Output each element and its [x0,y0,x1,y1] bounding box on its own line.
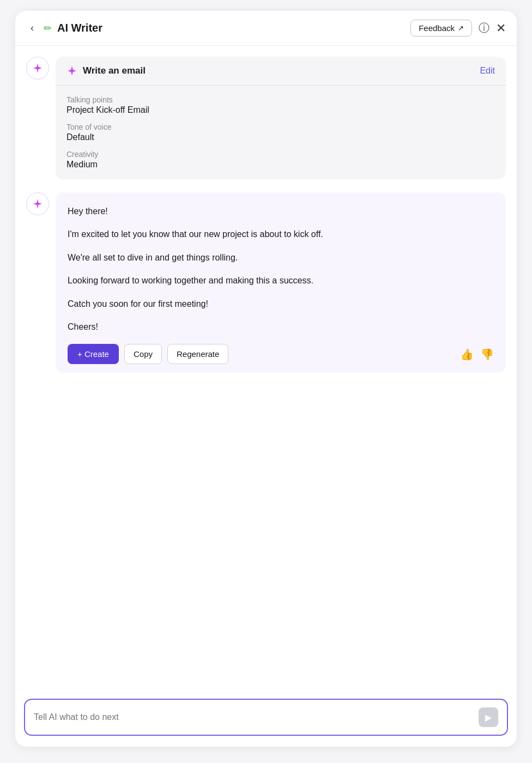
sparkle-title-icon [66,65,77,76]
thumbs-down-icon: 👎 [480,348,494,360]
response-line3: Looking forward to working together and … [68,274,494,288]
response-message-row: Hey there! I'm excited to let you know t… [26,192,506,373]
info-button[interactable]: ⓘ [479,21,489,35]
response-greeting: Hey there! [68,204,494,219]
ai-avatar-config [26,57,49,80]
response-line4: Catch you soon for our first meeting! [68,297,494,311]
tone-label: Tone of voice [66,123,495,131]
feedback-label: Feedback [419,23,455,33]
response-text: Hey there! I'm excited to let you know t… [68,204,494,334]
feedback-icons: 👍 👎 [460,348,494,361]
send-button[interactable]: ▶ [479,707,498,727]
thumbs-up-icon: 👍 [460,348,474,360]
response-card: Hey there! I'm excited to let you know t… [56,192,506,373]
back-button[interactable]: ‹ [26,20,38,36]
page-title: AI Writer [57,22,102,34]
back-icon: ‹ [31,22,34,33]
talking-points-label: Talking points [66,95,495,104]
content-area: Write an email Edit Talking points Proje… [15,46,517,691]
response-line2: We're all set to dive in and get things … [68,251,494,265]
input-bar-container: ▶ [15,691,517,747]
sparkle-avatar-icon-2 [32,198,44,210]
external-link-icon: ↗ [458,24,464,32]
config-card: Write an email Edit Talking points Proje… [56,57,506,179]
creativity-value: Medium [66,160,495,169]
thumbs-down-button[interactable]: 👎 [480,348,494,361]
config-creativity: Creativity Medium [66,150,495,169]
send-icon: ▶ [485,712,492,723]
header-right: Feedback ↗ ⓘ ✕ [410,20,506,37]
header-left: ‹ ✏ AI Writer [26,20,410,36]
tone-value: Default [66,132,495,142]
feedback-button[interactable]: Feedback ↗ [410,20,472,37]
config-body: Talking points Project Kick-off Email To… [56,86,506,179]
edit-button[interactable]: Edit [480,66,495,76]
response-signoff: Cheers! [68,320,494,334]
config-message-row: Write an email Edit Talking points Proje… [26,57,506,179]
input-bar: ▶ [24,699,508,736]
config-card-header: Write an email Edit [56,57,506,86]
creativity-label: Creativity [66,150,495,159]
ai-input[interactable] [34,712,473,722]
header: ‹ ✏ AI Writer Feedback ↗ ⓘ ✕ [15,11,517,46]
pencil-icon: ✏ [44,22,52,34]
config-card-title: Write an email [66,65,146,76]
create-button[interactable]: + Create [68,344,119,364]
regenerate-button[interactable]: Regenerate [167,344,228,364]
response-line1: I'm excited to let you know that our new… [68,227,494,241]
info-icon: ⓘ [479,21,489,35]
config-tone: Tone of voice Default [66,123,495,142]
ai-avatar-response [26,192,49,215]
talking-points-value: Project Kick-off Email [66,105,495,115]
ai-writer-panel: ‹ ✏ AI Writer Feedback ↗ ⓘ ✕ [15,11,517,747]
close-icon: ✕ [496,21,506,35]
config-talking-points: Talking points Project Kick-off Email [66,95,495,115]
action-row: + Create Copy Regenerate 👍 👎 [68,344,494,364]
config-title-text: Write an email [83,65,146,76]
thumbs-up-button[interactable]: 👍 [460,348,474,361]
sparkle-avatar-icon [32,62,44,74]
close-button[interactable]: ✕ [496,21,506,35]
copy-button[interactable]: Copy [124,344,162,364]
